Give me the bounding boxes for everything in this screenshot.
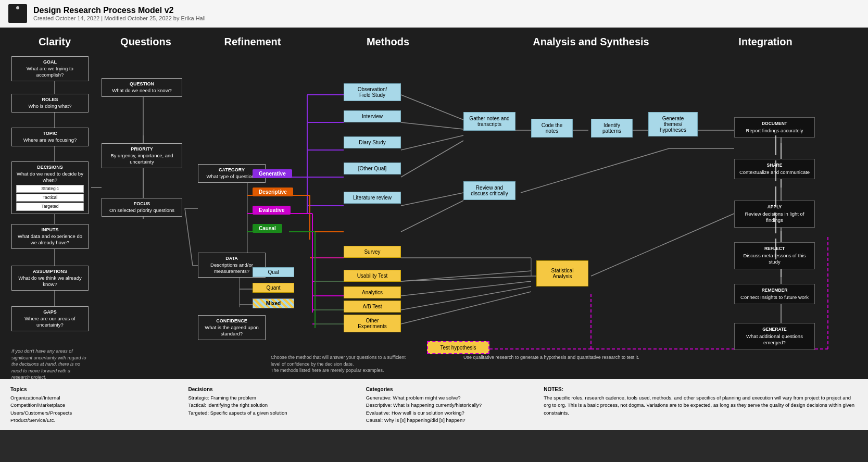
analysis-review-discuss: Review and discuss critically — [463, 181, 515, 200]
legend-topics: Topics Organizational/Internal Competiti… — [10, 385, 167, 424]
analysis-identify-patterns: Identify patterns — [591, 119, 633, 138]
integration-generate: GENERATE What additional questions emerg… — [734, 323, 815, 350]
clarity-gaps: GAPS Where are our areas of uncertainty? — [11, 306, 89, 331]
logo — [8, 4, 27, 23]
analysis-gather-notes: Gather notes and transcripts — [463, 112, 515, 131]
method-interview: Interview — [344, 110, 401, 122]
svg-line-50 — [521, 148, 669, 193]
svg-line-44 — [401, 141, 463, 177]
cat-generative: Generative — [253, 169, 305, 178]
analysis-test-hypothesis: Test hypothesis — [427, 341, 489, 354]
svg-point-1 — [16, 6, 19, 9]
svg-line-53 — [401, 271, 531, 281]
col-header-clarity: Clarity — [10, 36, 99, 48]
col-header-refinement: Refinement — [193, 36, 312, 48]
clarity-goal: GOAL What are we trying to accomplish? — [11, 56, 89, 81]
integration-document: DOCUMENT Report findings accurately — [734, 117, 815, 138]
clarity-inputs: INPUTS What data and experience do we al… — [11, 224, 89, 249]
bottom-legend: Topics Organizational/Internal Competiti… — [0, 379, 868, 430]
clarity-decisions: DECISIONS What do we need to decide by w… — [11, 161, 89, 214]
clarity-note: If you don't have any areas of significa… — [11, 348, 89, 381]
questions-question: QUESTION What do we need to know? — [102, 78, 182, 97]
refinement-confidence: CONFIDENCE What is the agreed upon stand… — [198, 315, 266, 340]
method-other-experiments: OtherExperiments — [344, 315, 401, 332]
data-mixed: Mixed — [253, 298, 294, 308]
svg-line-49 — [401, 193, 463, 206]
clarity-topic: TOPIC Where are we focusing? — [11, 128, 89, 146]
questions-priority: PRIORITY By urgency, importance, and unc… — [102, 143, 182, 168]
method-other-qual: [Other Qual] — [344, 163, 401, 174]
analysis-code-notes: Code the notes — [531, 119, 573, 138]
col-header-methods: Methods — [312, 36, 463, 48]
clarity-roles: ROLES Who is doing what? — [11, 94, 89, 113]
svg-line-55 — [401, 276, 531, 281]
method-diary-study: Diary Study — [344, 136, 401, 148]
legend-notes: NOTES: The specific roles, research cade… — [544, 385, 858, 424]
svg-line-57 — [401, 286, 531, 310]
cat-descriptive: Descriptive — [253, 188, 305, 196]
page-subtitle: Created October 14, 2022 | Modified Octo… — [33, 15, 206, 21]
svg-line-54 — [401, 201, 463, 232]
data-quant: Quant — [253, 283, 294, 293]
method-observation: Observation/Field Study — [344, 83, 401, 101]
integration-remember: REMEMBER Connect Insights to future work — [734, 284, 815, 304]
svg-line-56 — [401, 281, 531, 296]
method-literature-review: Literature review — [344, 192, 401, 204]
main-content: Clarity Questions Refinement Methods Ana… — [0, 28, 868, 379]
hypothesis-note: Use qualitative research to generate a h… — [463, 354, 703, 361]
svg-line-7 — [185, 208, 193, 266]
page-title: Design Research Process Model v2 — [33, 6, 206, 15]
method-ab-test: A/B Test — [344, 301, 401, 313]
analysis-statistical: Statistical Analysis — [536, 260, 588, 286]
svg-line-42 — [401, 122, 463, 129]
header: Design Research Process Model v2 Created… — [0, 0, 868, 28]
svg-line-41 — [401, 95, 463, 120]
svg-line-58 — [401, 292, 531, 324]
method-usability-test: Usability Test — [344, 270, 401, 282]
method-survey: Survey — [344, 246, 401, 258]
col-header-analysis: Analysis and Synthesis — [463, 36, 719, 48]
col-header-integration: Integration — [719, 36, 812, 48]
questions-focus: FOCUS On selected priority questions — [102, 198, 182, 217]
legend-decisions: Decisions Strategic: Framing the problem… — [188, 385, 345, 424]
svg-line-43 — [401, 135, 463, 150]
col-header-questions: Questions — [99, 36, 193, 48]
analysis-generate-themes: Generate themes/ hypotheses — [648, 112, 698, 136]
method-analytics: Analytics — [344, 286, 401, 298]
svg-line-61 — [591, 214, 734, 276]
methods-note: Choose the method that will answer your … — [271, 354, 406, 374]
diagram-area: GOAL What are we trying to accomplish? R… — [10, 52, 854, 375]
clarity-assumptions: ASSUMPTIONS What do we think we already … — [11, 266, 89, 291]
cat-causal: Causal — [253, 224, 305, 233]
cat-evaluative: Evaluative — [253, 206, 305, 215]
data-qual: Qual — [253, 267, 294, 277]
legend-categories: Categories Generative: What problem migh… — [366, 385, 523, 424]
